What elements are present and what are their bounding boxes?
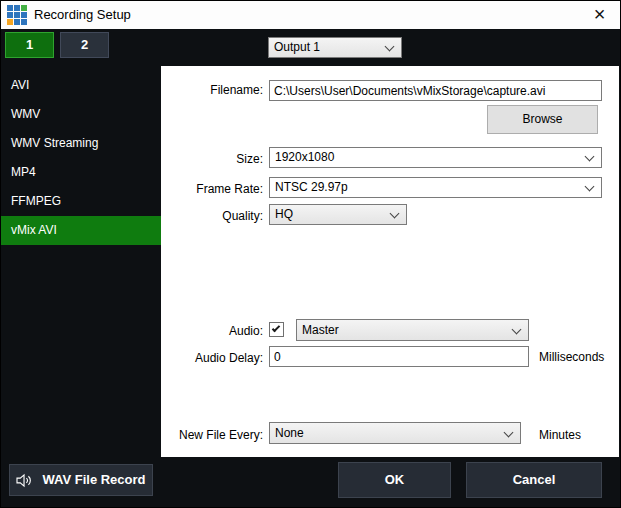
filename-label: Filename: [161, 83, 263, 97]
minutes-label: Minutes [539, 428, 581, 442]
filename-input[interactable] [269, 80, 602, 101]
tab-output-1[interactable]: 1 [5, 32, 54, 58]
sidebar-item-mp4[interactable]: MP4 [1, 158, 161, 187]
milliseconds-label: Milliseconds [539, 350, 604, 364]
output-select-value: Output 1 [274, 40, 320, 54]
quality-select[interactable]: HQ [269, 204, 407, 225]
tab-output-2[interactable]: 2 [60, 32, 109, 58]
quality-label: Quality: [161, 209, 263, 223]
close-icon[interactable]: × [577, 1, 621, 29]
vmix-logo-icon [7, 5, 27, 25]
audio-delay-label: Audio Delay: [161, 351, 263, 365]
chevron-down-icon [585, 152, 595, 162]
sidebar-item-avi[interactable]: AVI [1, 71, 161, 100]
audio-source-select[interactable]: Master [296, 319, 529, 341]
size-label: Size: [161, 152, 263, 166]
audio-source-select-value: Master [302, 323, 339, 337]
chevron-down-icon [390, 209, 400, 219]
audio-label: Audio: [161, 324, 263, 338]
size-select[interactable]: 1920x1080 [269, 147, 602, 168]
recording-setup-dialog: Recording Setup × 1 2 Output 1 AVI WMV W… [0, 0, 621, 508]
chevron-down-icon [504, 428, 514, 438]
sidebar-item-wmv[interactable]: WMV [1, 100, 161, 129]
browse-button[interactable]: Browse [487, 105, 598, 134]
new-file-every-select-value: None [275, 426, 304, 440]
frame-rate-select[interactable]: NTSC 29.97p [269, 177, 602, 198]
title-bar: Recording Setup × [1, 1, 621, 29]
quality-select-value: HQ [275, 207, 293, 221]
size-select-value: 1920x1080 [275, 150, 334, 164]
new-file-every-label: New File Every: [161, 428, 263, 442]
sidebar-item-vmix-avi[interactable]: vMix AVI [1, 216, 161, 245]
chevron-down-icon [385, 42, 395, 52]
frame-rate-label: Frame Rate: [161, 182, 263, 196]
chevron-down-icon [512, 325, 522, 335]
audio-checkbox[interactable] [269, 322, 284, 337]
chevron-down-icon [585, 182, 595, 192]
cancel-button[interactable]: Cancel [466, 462, 602, 498]
output-select[interactable]: Output 1 [268, 37, 402, 58]
checkmark-icon [272, 324, 280, 332]
frame-rate-select-value: NTSC 29.97p [275, 180, 348, 194]
sidebar-item-wmv-streaming[interactable]: WMV Streaming [1, 129, 161, 158]
wav-file-record-button[interactable]: WAV File Record [9, 464, 153, 496]
wav-file-record-label: WAV File Record [42, 465, 145, 495]
ok-button[interactable]: OK [338, 462, 451, 498]
audio-delay-input[interactable] [269, 346, 529, 367]
speaker-icon [16, 473, 33, 488]
window-title: Recording Setup [34, 1, 131, 29]
sidebar-item-ffmpeg[interactable]: FFMPEG [1, 187, 161, 216]
new-file-every-select[interactable]: None [269, 422, 521, 444]
format-sidebar: AVI WMV WMV Streaming MP4 FFMPEG vMix AV… [1, 71, 161, 245]
